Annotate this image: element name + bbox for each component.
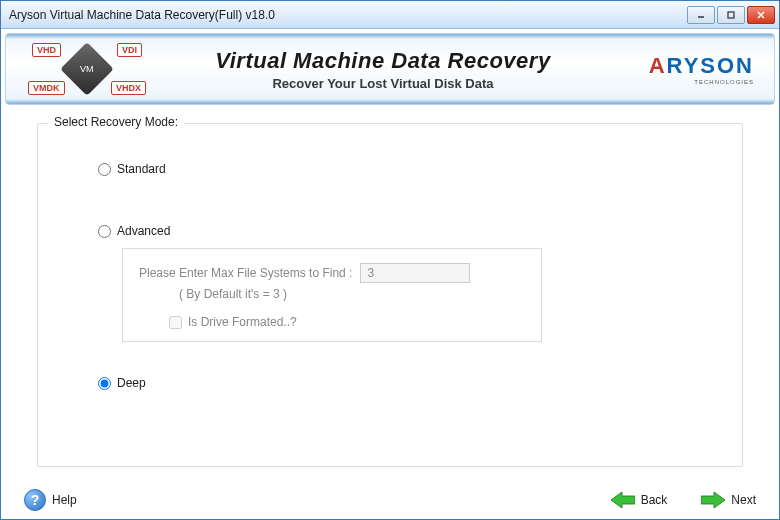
format-tag-vmdk: VMDK [28, 81, 65, 95]
max-fs-default-note: ( By Default it's = 3 ) [179, 287, 525, 301]
brand-logo: ARYSON TECHNOLOGIES [604, 53, 754, 85]
maximize-button[interactable] [717, 6, 745, 24]
cube-icon: VM [60, 42, 114, 96]
recovery-mode-fieldset: Select Recovery Mode: Standard Advanced … [37, 123, 743, 467]
advanced-sub-panel: Please Enter Max File Systems to Find : … [122, 248, 542, 342]
drive-formatted-checkbox [169, 316, 182, 329]
brand-subtitle: TECHNOLOGIES [604, 79, 754, 85]
window-title: Aryson Virtual Machine Data Recovery(Ful… [9, 8, 687, 22]
radio-advanced[interactable]: Advanced [98, 224, 718, 238]
help-button[interactable]: ? Help [20, 487, 81, 513]
radio-standard-input[interactable] [98, 163, 111, 176]
window-controls [687, 6, 775, 24]
drive-formatted-row: Is Drive Formated..? [169, 315, 525, 329]
close-button[interactable] [747, 6, 775, 24]
max-fs-label: Please Enter Max File Systems to Find : [139, 266, 352, 280]
radio-deep[interactable]: Deep [98, 376, 718, 390]
help-label: Help [52, 493, 77, 507]
next-label: Next [731, 493, 756, 507]
svg-marker-5 [701, 492, 725, 508]
next-button[interactable]: Next [697, 489, 760, 511]
fieldset-legend: Select Recovery Mode: [48, 115, 184, 129]
title-bar: Aryson Virtual Machine Data Recovery(Ful… [1, 1, 779, 29]
format-tag-vdi: VDI [117, 43, 142, 57]
radio-standard-label: Standard [117, 162, 166, 176]
banner-title: Virtual Machine Data Recovery [162, 48, 604, 74]
drive-formatted-label: Is Drive Formated..? [188, 315, 297, 329]
max-fs-input [360, 263, 470, 283]
banner-subtitle: Recover Your Lost Virtual Disk Data [162, 76, 604, 91]
format-tag-vhd: VHD [32, 43, 61, 57]
arrow-right-icon [701, 491, 725, 509]
radio-deep-label: Deep [117, 376, 146, 390]
format-tag-vhdx: VHDX [111, 81, 146, 95]
svg-marker-4 [611, 492, 635, 508]
back-label: Back [641, 493, 668, 507]
radio-deep-input[interactable] [98, 377, 111, 390]
radio-standard[interactable]: Standard [98, 162, 718, 176]
radio-advanced-label: Advanced [117, 224, 170, 238]
product-cube-logo: VHD VDI VM VMDK VHDX [12, 39, 162, 99]
svg-rect-1 [728, 12, 734, 18]
back-button[interactable]: Back [607, 489, 672, 511]
brand-name: ARYSON [604, 53, 754, 79]
minimize-button[interactable] [687, 6, 715, 24]
footer-bar: ? Help Back Next [0, 480, 780, 520]
radio-advanced-input[interactable] [98, 225, 111, 238]
help-icon: ? [24, 489, 46, 511]
arrow-left-icon [611, 491, 635, 509]
header-banner: VHD VDI VM VMDK VHDX Virtual Machine Dat… [5, 33, 775, 105]
banner-text: Virtual Machine Data Recovery Recover Yo… [162, 48, 604, 91]
